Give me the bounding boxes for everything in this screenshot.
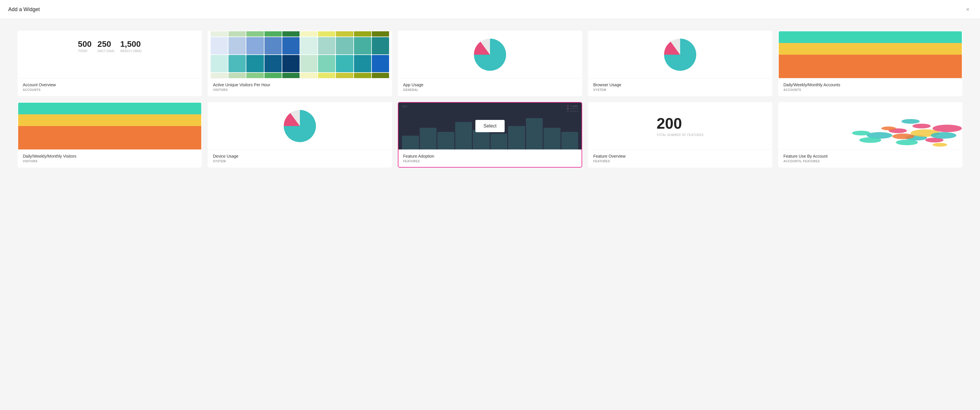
- svg-point-5: [896, 140, 918, 145]
- widget-preview: 500 TODAY 250 DAILY (DAA) 1,500 WEEKLY (…: [18, 31, 201, 78]
- widget-preview: [18, 103, 201, 149]
- widget-preview: [779, 31, 962, 78]
- widget-info: App Usage GENERAL: [398, 78, 582, 95]
- widget-name: Active Unique Visitors Per Hour: [213, 83, 387, 87]
- stat-number: 1,500: [120, 40, 142, 48]
- widget-info: Active Unique Visitors Per Hour VISITORS: [208, 78, 391, 95]
- widget-category: SYSTEM: [213, 160, 387, 163]
- stat-label: TODAY: [78, 49, 92, 52]
- stat-item: 250 DAILY (DAA): [97, 40, 115, 52]
- select-overlay[interactable]: Select: [398, 103, 582, 149]
- widget-category: FEATURES: [593, 160, 767, 163]
- stat-number: 500: [78, 40, 92, 48]
- widget-card-device-usage[interactable]: Device Usage SYSTEM: [208, 102, 392, 168]
- widget-name: Feature Use By Account: [783, 154, 957, 159]
- svg-point-14: [892, 133, 914, 139]
- widget-preview: [208, 103, 391, 149]
- widget-card-daily-weekly-monthly-visitors[interactable]: Daily/Weekly/Monthly Visitors VISITORS: [18, 102, 202, 168]
- widget-info: Daily/Weekly/Monthly Visitors VISITORS: [18, 149, 201, 167]
- widget-card-browser-usage[interactable]: Browser Usage SYSTEM: [588, 31, 772, 96]
- svg-point-11: [901, 119, 920, 124]
- widget-category: FEATURES: [403, 160, 577, 163]
- widget-category: VISITORS: [213, 88, 387, 92]
- stat-label: WEEKLY (WAA): [120, 49, 142, 52]
- widget-preview: 200 TOTAL NUMBER OF FEATURES: [589, 103, 772, 149]
- modal-header: Add a Widget ×: [0, 0, 980, 19]
- widget-preview: [779, 103, 962, 149]
- widget-name: Daily/Weekly/Monthly Accounts: [783, 83, 957, 87]
- svg-point-9: [859, 137, 881, 143]
- widget-category: ACCOUNTS, FEATURES: [783, 160, 957, 163]
- select-button[interactable]: Select: [476, 120, 504, 132]
- widget-category: ACCOUNTS: [783, 88, 957, 92]
- widget-info: Feature Adoption FEATURES: [398, 149, 582, 167]
- widget-info: Account Overview ACCOUNTS: [18, 78, 201, 95]
- svg-point-12: [932, 125, 962, 132]
- widget-info: Feature Use By Account ACCOUNTS, FEATURE…: [779, 149, 962, 167]
- widget-name: Device Usage: [213, 154, 387, 159]
- widget-preview: [398, 31, 582, 78]
- widget-preview: [208, 31, 391, 78]
- widget-card-account-overview[interactable]: 500 TODAY 250 DAILY (DAA) 1,500 WEEKLY (…: [18, 31, 202, 96]
- widget-info: Device Usage SYSTEM: [208, 149, 391, 167]
- widget-name: Feature Adoption: [403, 154, 577, 159]
- svg-point-8: [912, 124, 931, 129]
- svg-point-7: [931, 132, 956, 138]
- widget-preview: 20% 80% Top 20% Feature A Feature B Sele…: [398, 103, 582, 149]
- widget-info: Feature Overview FEATURES: [589, 149, 772, 167]
- widget-info: Daily/Weekly/Monthly Accounts ACCOUNTS: [779, 78, 962, 95]
- widget-category: GENERAL: [403, 88, 577, 92]
- widget-card-feature-adoption[interactable]: 20% 80% Top 20% Feature A Feature B Sele…: [398, 102, 582, 168]
- svg-point-6: [881, 127, 896, 130]
- widget-category: SYSTEM: [593, 88, 767, 92]
- feature-count-label: TOTAL NUMBER OF FEATURES: [657, 133, 703, 137]
- widget-name: App Usage: [403, 83, 577, 87]
- close-button[interactable]: ×: [964, 5, 972, 13]
- widget-card-daily-weekly-monthly-accounts[interactable]: Daily/Weekly/Monthly Accounts ACCOUNTS: [778, 31, 963, 96]
- widget-card-feature-use-by-account[interactable]: Feature Use By Account ACCOUNTS, FEATURE…: [778, 102, 963, 168]
- widget-category: ACCOUNTS: [23, 88, 197, 92]
- widget-card-active-unique-visitors[interactable]: Active Unique Visitors Per Hour VISITORS: [208, 31, 392, 96]
- feature-count: 200: [657, 116, 682, 131]
- stat-item: 1,500 WEEKLY (WAA): [120, 40, 142, 52]
- add-widget-modal: Add a Widget × 500 TODAY 250 DAILY (DAA)…: [0, 0, 980, 410]
- widget-preview: [589, 31, 772, 78]
- widget-name: Daily/Weekly/Monthly Visitors: [23, 154, 197, 159]
- widget-card-app-usage[interactable]: App Usage GENERAL: [398, 31, 582, 96]
- widget-category: VISITORS: [23, 160, 197, 163]
- widget-name: Browser Usage: [593, 83, 767, 87]
- widget-info: Browser Usage SYSTEM: [589, 78, 772, 95]
- svg-point-13: [852, 131, 870, 135]
- stat-label: DAILY (DAA): [97, 49, 115, 52]
- svg-point-10: [932, 143, 947, 147]
- widget-name: Feature Overview: [593, 154, 767, 159]
- widget-card-feature-overview[interactable]: 200 TOTAL NUMBER OF FEATURES Feature Ove…: [588, 102, 772, 168]
- modal-title: Add a Widget: [8, 6, 40, 13]
- stat-number: 250: [97, 40, 115, 48]
- widget-grid: 500 TODAY 250 DAILY (DAA) 1,500 WEEKLY (…: [18, 31, 963, 168]
- modal-body: 500 TODAY 250 DAILY (DAA) 1,500 WEEKLY (…: [0, 19, 980, 410]
- stat-item: 500 TODAY: [78, 40, 92, 52]
- widget-name: Account Overview: [23, 83, 197, 87]
